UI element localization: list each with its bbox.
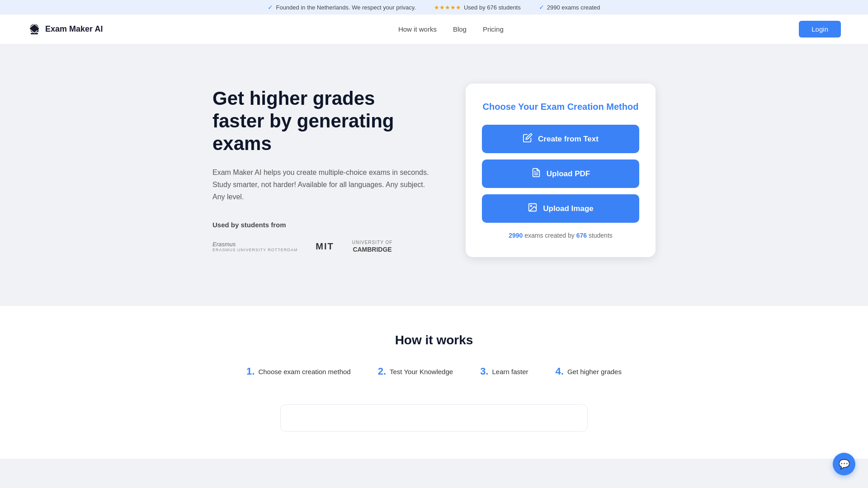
- create-from-text-label: Create from Text: [538, 135, 599, 144]
- check-icon-2: ✓: [539, 4, 544, 11]
- logo-icon: [27, 22, 42, 37]
- upload-pdf-label: Upload PDF: [547, 169, 590, 178]
- nav-how-it-works[interactable]: How it works: [398, 25, 437, 33]
- step-3-label: Learn faster: [492, 368, 528, 375]
- step-2-label: Test Your Knowledge: [390, 368, 453, 375]
- upload-image-button[interactable]: Upload Image: [482, 194, 639, 223]
- bottom-card: [280, 404, 588, 432]
- steps-row: 1. Choose exam creation method 2. Test Y…: [36, 366, 832, 377]
- how-it-works-section: How it works 1. Choose exam creation met…: [0, 306, 868, 395]
- header: Exam Maker AI How it works Blog Pricing …: [0, 14, 868, 44]
- step-1: 1. Choose exam creation method: [246, 366, 351, 377]
- pdf-icon: [531, 168, 541, 180]
- create-from-text-button[interactable]: Create from Text: [482, 125, 639, 153]
- upload-pdf-button[interactable]: Upload PDF: [482, 160, 639, 188]
- university-logos: Erasmus ERASMUS UNIVERSITY ROTTERDAM MIT…: [212, 239, 429, 253]
- step-4-label: Get higher grades: [567, 368, 622, 375]
- students-notice: ★★★★★ Used by 676 students: [434, 4, 521, 11]
- logo: Exam Maker AI: [27, 22, 103, 37]
- card-stats: 2990 exams created by 676 students: [482, 232, 639, 239]
- main-nav: How it works Blog Pricing: [398, 25, 504, 33]
- bottom-content: [0, 395, 868, 459]
- hero-left: Get higher grades faster by generating e…: [212, 87, 429, 254]
- step-1-num: 1.: [246, 366, 255, 377]
- stars-icon: ★★★★★: [434, 4, 461, 11]
- step-4-num: 4.: [556, 366, 564, 377]
- exam-creation-card: Choose Your Exam Creation Method Create …: [466, 84, 656, 257]
- step-2: 2. Test Your Knowledge: [378, 366, 453, 377]
- hero-title: Get higher grades faster by generating e…: [212, 87, 429, 155]
- card-title: Choose Your Exam Creation Method: [482, 102, 639, 112]
- upload-image-label: Upload Image: [543, 204, 593, 213]
- step-3: 3. Learn faster: [480, 366, 528, 377]
- step-2-num: 2.: [378, 366, 386, 377]
- step-3-num: 3.: [480, 366, 488, 377]
- erasmus-logo: Erasmus ERASMUS UNIVERSITY ROTTERDAM: [212, 241, 297, 252]
- cambridge-logo: UNIVERSITY OF CAMBRIDGE: [352, 239, 393, 253]
- exams-notice: ✓ 2990 exams created: [539, 4, 600, 11]
- used-by-label: Used by students from: [212, 221, 429, 229]
- image-icon: [528, 202, 538, 215]
- check-icon: ✓: [268, 4, 273, 11]
- mit-logo: MIT: [316, 241, 334, 252]
- nav-pricing[interactable]: Pricing: [483, 25, 504, 33]
- nav-blog[interactable]: Blog: [453, 25, 467, 33]
- stats-text-post: students: [589, 232, 613, 239]
- students-count: 676: [576, 232, 587, 239]
- privacy-notice: ✓ Founded in the Netherlands. We respect…: [268, 4, 416, 11]
- step-4: 4. Get higher grades: [556, 366, 622, 377]
- exams-count: 2990: [509, 232, 523, 239]
- svg-point-5: [531, 205, 532, 206]
- step-1-label: Choose exam creation method: [258, 368, 350, 375]
- hero-description: Exam Maker AI helps you create multiple-…: [212, 166, 429, 203]
- how-it-works-title: How it works: [36, 333, 832, 347]
- text-icon: [523, 133, 533, 145]
- login-button[interactable]: Login: [799, 21, 841, 38]
- hero-section: Get higher grades faster by generating e…: [0, 44, 868, 306]
- top-banner: ✓ Founded in the Netherlands. We respect…: [0, 0, 868, 14]
- stats-text-mid: exams created by: [524, 232, 576, 239]
